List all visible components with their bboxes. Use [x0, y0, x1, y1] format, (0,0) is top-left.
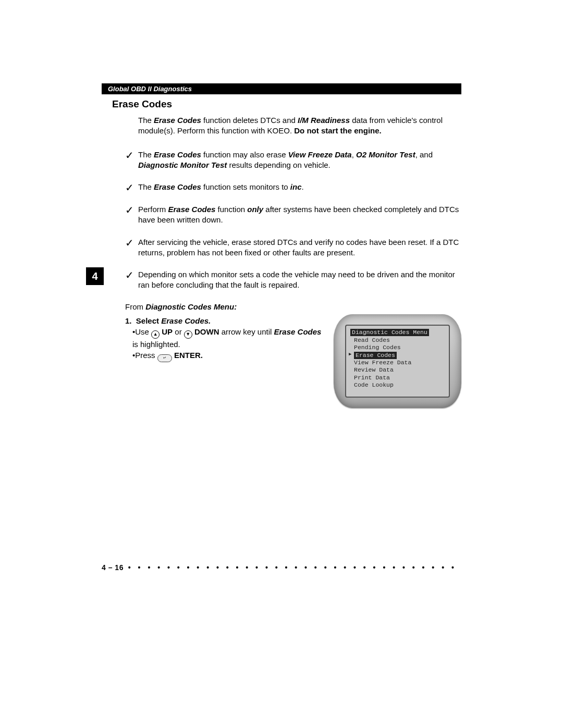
- text-emph: O2 Monitor Test: [356, 150, 415, 159]
- text: arrow key until: [219, 327, 274, 336]
- text-emph: Diagnostic Monitor Test: [138, 161, 227, 169]
- intro-paragraph: The Erase Codes function deletes DTCs an…: [138, 115, 461, 137]
- step-number: 1.: [125, 316, 132, 325]
- step-bullet: •Press ↵ ENTER.: [132, 350, 324, 362]
- checkmark-icon: ✓: [125, 204, 138, 215]
- text-emph: Diagnostic Codes Menu:: [145, 302, 237, 311]
- checkmark-icon: ✓: [125, 150, 138, 161]
- text: .: [302, 182, 304, 191]
- text: Select: [136, 316, 161, 325]
- footer-dots: • • • • • • • • • • • • • • • • • • • • …: [124, 563, 461, 572]
- step-text: 1. Select Erase Codes. •Use ▲ UP or ▼ DO…: [125, 314, 324, 362]
- text: Use: [135, 327, 151, 336]
- check-text: Depending on which monitor sets a code t…: [138, 269, 461, 291]
- key-label: UP: [162, 327, 173, 336]
- text: or: [173, 327, 184, 336]
- text: From: [125, 302, 145, 311]
- check-text: The Erase Codes function sets monitors t…: [138, 182, 461, 192]
- lcd-screen: Diagnostic Codes Menu Read CodesPending …: [345, 325, 450, 398]
- text-emph: inc: [290, 182, 302, 191]
- page: Global OBD II Diagnostics Erase Codes Th…: [0, 0, 563, 728]
- check-item: ✓Depending on which monitor sets a code …: [125, 269, 461, 291]
- text-emph: Erase Codes: [154, 150, 201, 159]
- text: function deletes DTCs and: [201, 116, 298, 125]
- text: The: [138, 116, 154, 125]
- text: is highlighted.: [132, 340, 180, 349]
- text: Press: [135, 351, 157, 360]
- section-title: Erase Codes: [112, 98, 461, 110]
- text: function may also erase: [201, 150, 288, 159]
- enter-key-icon: ↵: [157, 354, 172, 362]
- text: results depending on vehicle.: [227, 161, 330, 169]
- running-header: Global OBD II Diagnostics: [102, 83, 461, 94]
- step-bullet: •Use ▲ UP or ▼ DOWN arrow key until Eras…: [132, 326, 324, 350]
- text: , and: [415, 150, 433, 159]
- lcd-menu-item: Print Data: [350, 374, 445, 381]
- lcd-menu-item: Code Lookup: [350, 381, 445, 389]
- up-arrow-icon: ▲: [151, 330, 160, 339]
- lcd-menu-item: Read Codes: [350, 337, 445, 344]
- text: The: [138, 182, 154, 191]
- down-arrow-icon: ▼: [184, 330, 192, 339]
- lcd-title: Diagnostic Codes Menu: [350, 329, 429, 336]
- check-item: ✓After servicing the vehicle, erase stor…: [125, 237, 461, 258]
- checkmark-icon: ✓: [125, 182, 138, 193]
- check-text: Perform Erase Codes function only after …: [138, 204, 461, 226]
- text-emph: View Freeze Data: [288, 150, 352, 159]
- text-emph: Erase Codes: [154, 116, 201, 125]
- device-screenshot: Diagnostic Codes Menu Read CodesPending …: [334, 314, 461, 408]
- text-emph: I/M Readiness: [298, 116, 350, 125]
- check-item: ✓The Erase Codes function sets monitors …: [125, 182, 461, 193]
- step-heading: 1. Select Erase Codes.: [125, 315, 324, 326]
- text: function: [215, 205, 247, 214]
- text: function sets monitors to: [201, 182, 290, 191]
- lcd-menu-item: Review Data: [350, 366, 445, 374]
- text: The: [138, 150, 154, 159]
- text: Perform: [138, 205, 168, 214]
- text-emph: only: [247, 205, 263, 214]
- page-number: 4 – 16: [102, 563, 124, 572]
- text-emph: Erase Codes.: [161, 316, 211, 325]
- text: ,: [352, 150, 356, 159]
- text-emph: Erase Codes: [168, 205, 216, 214]
- step-row: 1. Select Erase Codes. •Use ▲ UP or ▼ DO…: [125, 314, 461, 408]
- lcd-menu-item: Erase Codes: [350, 352, 445, 359]
- key-label: ENTER.: [174, 351, 203, 360]
- text-strong: Do not start the engine.: [294, 126, 382, 135]
- check-item: ✓The Erase Codes function may also erase…: [125, 150, 461, 171]
- key-label: DOWN: [194, 327, 219, 336]
- from-line: From Diagnostic Codes Menu:: [125, 302, 461, 311]
- text-emph: Erase Codes: [154, 182, 201, 191]
- lcd-menu-item: Pending Codes: [350, 344, 445, 351]
- check-text: The Erase Codes function may also erase …: [138, 150, 461, 171]
- check-text: After servicing the vehicle, erase store…: [138, 237, 461, 258]
- text-emph: Erase Codes: [274, 327, 322, 336]
- page-footer: 4 – 16 • • • • • • • • • • • • • • • • •…: [102, 563, 461, 572]
- chapter-tab: 4: [86, 267, 104, 285]
- lcd-menu-item-selected: Erase Codes: [354, 352, 397, 359]
- check-item: ✓Perform Erase Codes function only after…: [125, 204, 461, 226]
- lcd-menu-item: View Freeze Data: [350, 359, 445, 366]
- checkmark-icon: ✓: [125, 237, 138, 248]
- checkmark-icon: ✓: [125, 269, 138, 280]
